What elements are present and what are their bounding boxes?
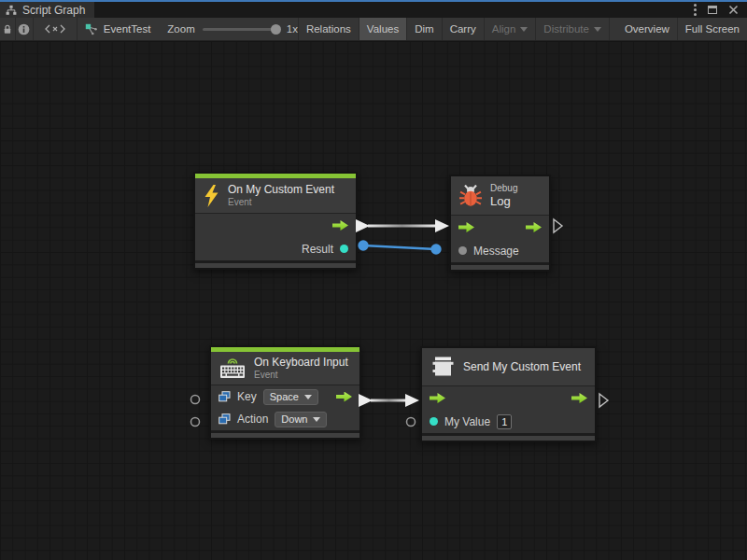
control-wire-custom-event-to-log[interactable]: [356, 219, 449, 232]
graph-node-icon: [85, 23, 98, 35]
overview-button[interactable]: Overview: [617, 18, 678, 40]
caret-down-icon: [594, 27, 601, 32]
graph-tree-icon: [6, 5, 17, 16]
zoom-slider[interactable]: [203, 28, 279, 31]
window-menu-icon[interactable]: [694, 4, 697, 16]
graph-breadcrumb[interactable]: EventTest: [78, 18, 159, 40]
toolbar-toggles: Relations Values Dim Carry Align Distrib…: [298, 18, 747, 40]
tab-title: Script Graph: [22, 4, 85, 17]
dim-button[interactable]: Dim: [407, 18, 442, 40]
zoom-label: Zoom: [167, 23, 194, 35]
zoom-value: 1x: [287, 23, 298, 35]
tab-script-graph[interactable]: Script Graph: [0, 2, 94, 18]
relations-button[interactable]: Relations: [299, 18, 359, 40]
unconnected-port-marker[interactable]: [191, 396, 200, 404]
value-wire-result-to-message[interactable]: [358, 240, 441, 254]
distribute-dropdown-button[interactable]: Distribute: [536, 18, 610, 40]
lock-icon: [2, 23, 13, 35]
unconnected-port-marker[interactable]: [407, 418, 416, 427]
tab-bar-empty: [94, 2, 694, 18]
maximize-icon[interactable]: [708, 6, 717, 14]
code-preview-button[interactable]: [34, 18, 78, 40]
info-button[interactable]: [16, 18, 34, 40]
tab-bar: Script Graph: [0, 2, 747, 18]
unconnected-output-marker[interactable]: [554, 219, 562, 232]
carry-button[interactable]: Carry: [443, 18, 485, 40]
unconnected-port-marker[interactable]: [191, 418, 200, 427]
control-wire-keyboard-to-send[interactable]: [359, 394, 419, 407]
graph-name: EventTest: [104, 23, 151, 35]
zoom-control: Zoom 1x: [167, 18, 298, 40]
caret-down-icon: [520, 27, 528, 32]
values-button[interactable]: Values: [359, 18, 407, 40]
toolbar-gap: [610, 18, 617, 40]
close-icon[interactable]: [728, 5, 739, 15]
zoom-slider-handle[interactable]: [271, 24, 281, 35]
code-icon: [44, 23, 66, 35]
unconnected-output-marker[interactable]: [599, 394, 608, 407]
lock-button[interactable]: [0, 18, 16, 40]
connection-layer: [0, 41, 747, 560]
info-icon: [18, 23, 30, 35]
graph-canvas[interactable]: On My Custom Event Event Result: [0, 41, 747, 560]
align-dropdown-button[interactable]: Align: [485, 18, 537, 40]
full-screen-button[interactable]: Full Screen: [678, 18, 747, 40]
graph-toolbar: EventTest Zoom 1x Relations Values Dim C…: [0, 18, 747, 41]
